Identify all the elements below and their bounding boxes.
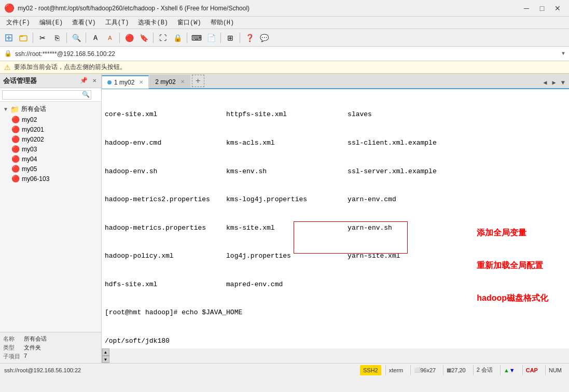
- sidebar-item-my05[interactable]: 🔴 my05: [0, 164, 101, 174]
- menu-file[interactable]: 文件(F): [2, 17, 34, 28]
- tab-2-my02[interactable]: 2 my02 ✕: [149, 75, 190, 88]
- sidebar-item-my06-103[interactable]: 🔴 my06-103: [0, 174, 101, 184]
- toolbar-sep-2: [66, 33, 67, 43]
- search-button[interactable]: 🔍: [70, 31, 83, 45]
- sidebar-item-my02[interactable]: 🔴 my02: [0, 115, 101, 124]
- prop-type-value: 文件夹: [24, 344, 41, 352]
- new-session-button[interactable]: [2, 31, 16, 45]
- term-line-1: hadoop-env.cmd kms-acls.xml ssl-client.x…: [105, 138, 566, 148]
- bookmark-button[interactable]: 🔖: [137, 31, 150, 45]
- address-dropdown[interactable]: ▼: [562, 51, 565, 57]
- term-label: xterm: [389, 367, 404, 373]
- cursor-label: 27,20: [451, 367, 466, 373]
- tree-root-all-sessions[interactable]: ▼ 📁 所有会话: [0, 104, 101, 115]
- tab-close-0[interactable]: ✕: [139, 79, 143, 85]
- prop-name-value: 所有会话: [24, 335, 47, 343]
- tab-nav: ◀ ▶ ▼: [541, 78, 569, 88]
- size-icon: ⬜: [414, 367, 420, 373]
- keyboard-button[interactable]: ⌨: [190, 31, 203, 45]
- arrow-up-icon[interactable]: ▲: [504, 367, 509, 373]
- sidebar-item-my0201[interactable]: 🔴 my0201: [0, 124, 101, 134]
- info-text: 要添加当前会话，点击左侧的箭头按钮。: [14, 63, 126, 72]
- close-button[interactable]: ✕: [550, 3, 565, 14]
- session-icon-3: 🔴: [11, 145, 20, 153]
- copy-button[interactable]: ⎘: [50, 31, 64, 45]
- status-arrows: ▲ ▼: [500, 365, 518, 375]
- status-right: SSH2 xterm ⬜ 96x27 ▦ 27,20 2 会话 ▲ ▼ CAP …: [360, 365, 565, 375]
- title-bar: 🔴 my02 - root@hmt:/opt/soft/hadoop260/et…: [0, 0, 569, 17]
- maximize-button[interactable]: □: [535, 3, 549, 14]
- menu-edit[interactable]: 编辑(E): [35, 17, 67, 28]
- sidebar-close-button[interactable]: ✕: [91, 76, 98, 85]
- scroll-up-button[interactable]: ▲: [102, 348, 109, 356]
- sidebar-item-my04[interactable]: 🔴 my04: [0, 154, 101, 164]
- red-icon-button[interactable]: 🔴: [122, 31, 136, 45]
- grid-button[interactable]: ⊞: [224, 31, 237, 45]
- session-icon-4: 🔴: [11, 155, 20, 163]
- session-icon-1: 🔴: [11, 125, 20, 133]
- term-line-0: core-site.xml httpfs-site.xml slaves: [105, 110, 566, 119]
- transfer-button[interactable]: 📄: [204, 31, 218, 45]
- term-line-2: hadoop-env.sh kms-env.sh ssl-server.xml.…: [105, 167, 566, 176]
- address-input[interactable]: [15, 50, 559, 58]
- sidebar-header: 会话管理器 📌 ✕: [0, 74, 101, 88]
- prop-row-type: 类型 文件夹: [3, 343, 98, 352]
- tab-dot-0: [107, 80, 112, 85]
- search-input[interactable]: [2, 90, 91, 100]
- tab-close-1[interactable]: ✕: [181, 79, 185, 85]
- fullscreen-button[interactable]: ⛶: [156, 31, 170, 45]
- prop-row-children: 子项目 7: [3, 352, 98, 361]
- session-label-3: my03: [22, 146, 37, 153]
- tab-add-button[interactable]: +: [192, 75, 204, 87]
- sidebar-pin-button[interactable]: 📌: [78, 76, 89, 85]
- status-cursor: ▦ 27,20: [443, 365, 469, 375]
- menu-tools[interactable]: 工具(T): [101, 17, 133, 28]
- sidebar-title: 会话管理器: [3, 76, 37, 86]
- font-color-button[interactable]: A: [103, 31, 117, 45]
- toolbar-sep-4: [119, 33, 120, 43]
- expand-icon: ▼: [3, 106, 8, 112]
- toolbar-sep-8: [240, 33, 240, 43]
- status-connection: ssh://root@192.168.56.100:22: [4, 367, 81, 373]
- num-label: NUM: [549, 367, 562, 373]
- cut-button[interactable]: ✂: [36, 31, 49, 45]
- font-button[interactable]: A: [89, 31, 102, 45]
- help-button[interactable]: ❓: [243, 31, 256, 45]
- minimize-button[interactable]: ─: [519, 3, 534, 14]
- annotation-text-2: hadoop磁盘格式化: [477, 292, 548, 304]
- tree-root-label: 所有会话: [21, 105, 46, 114]
- open-button[interactable]: [17, 31, 30, 45]
- annotation-text-0: 添加全局变量: [477, 227, 548, 239]
- session-icon-0: 🔴: [11, 116, 20, 123]
- tab-1-my02[interactable]: 1 my02 ✕: [102, 75, 149, 89]
- status-num: NUM: [545, 365, 565, 375]
- arrow-down-icon[interactable]: ▼: [509, 367, 515, 373]
- menu-view[interactable]: 查看(V): [68, 17, 100, 28]
- scroll-down-button[interactable]: ▼: [102, 356, 109, 363]
- toolbar-sep-1: [33, 33, 33, 43]
- annotation-container: 添加全局变量 重新加载全局配置 hadoop磁盘格式化: [477, 208, 548, 323]
- sidebar-item-my0202[interactable]: 🔴 my0202: [0, 134, 101, 144]
- sidebar-item-my03[interactable]: 🔴 my03: [0, 144, 101, 154]
- toolbar-sep-3: [86, 33, 86, 43]
- tab-prev-button[interactable]: ◀: [541, 78, 549, 87]
- info-bar: ⚠ 要添加当前会话，点击左侧的箭头按钮。: [0, 61, 569, 74]
- status-cap: CAP: [522, 365, 541, 375]
- status-sessions: 2 会话: [473, 365, 496, 375]
- status-size: ⬜ 96x27: [410, 365, 439, 375]
- terminal-scrollbar[interactable]: ▲ ▼: [102, 348, 109, 363]
- main-body: 会话管理器 📌 ✕ 🔍 ▼ 📁 所有会话 🔴 my02 🔴 my0201: [0, 74, 569, 363]
- menu-help[interactable]: 帮助(H): [206, 17, 239, 28]
- lock-button[interactable]: 🔒: [171, 31, 184, 45]
- terminal[interactable]: core-site.xml httpfs-site.xml slaves had…: [102, 89, 569, 348]
- prop-child-value: 7: [24, 353, 27, 360]
- cursor-icon: ▦: [447, 367, 451, 373]
- term-line-8: /opt/soft/jdk180: [105, 337, 566, 346]
- tab-next-button[interactable]: ▶: [550, 78, 558, 87]
- menu-window[interactable]: 窗口(W): [173, 17, 205, 28]
- sidebar-props: 名称 所有会话 类型 文件夹 子项目 7: [0, 332, 101, 363]
- menu-tabs[interactable]: 选项卡(B): [134, 17, 172, 28]
- chat-button[interactable]: 💬: [257, 31, 271, 45]
- session-label-2: my0202: [22, 136, 44, 143]
- tab-menu-button[interactable]: ▼: [559, 79, 567, 87]
